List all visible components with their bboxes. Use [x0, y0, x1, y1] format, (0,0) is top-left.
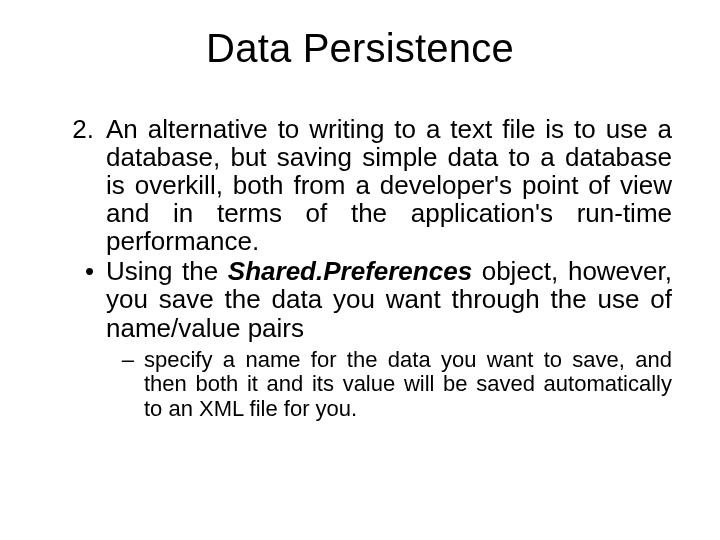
- numbered-marker: 2.: [48, 115, 106, 255]
- sub-bullet-item: – specify a name for the data you want t…: [106, 348, 672, 422]
- bullet-term: Shared.Preferences: [228, 256, 472, 286]
- numbered-text: An alternative to writing to a text file…: [106, 115, 672, 255]
- numbered-item: 2. An alternative to writing to a text f…: [48, 115, 672, 255]
- slide: Data Persistence 2. An alternative to wr…: [0, 0, 720, 540]
- bullet-text: Using the Shared.Preferences object, how…: [106, 257, 672, 341]
- bullet-pre: Using the: [106, 256, 228, 286]
- bullet-marker: •: [48, 257, 106, 341]
- bullet-item: • Using the Shared.Preferences object, h…: [48, 257, 672, 341]
- sub-bullet-marker: –: [106, 348, 144, 422]
- page-title: Data Persistence: [48, 26, 672, 71]
- sub-bullet-text: specify a name for the data you want to …: [144, 348, 672, 422]
